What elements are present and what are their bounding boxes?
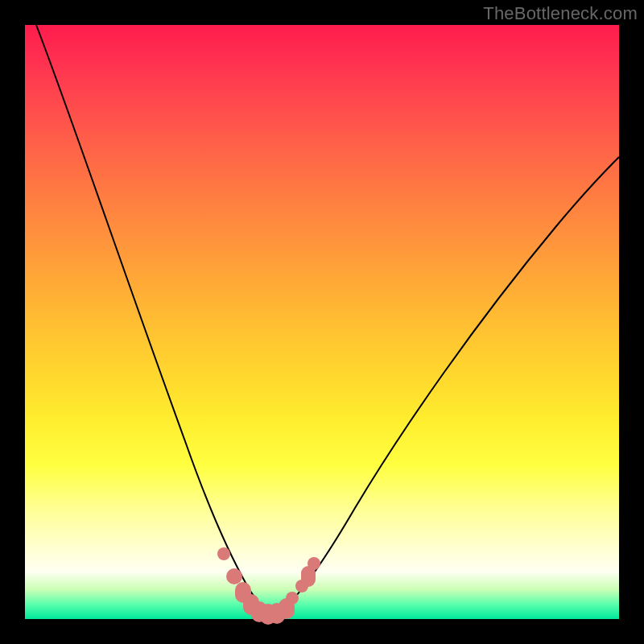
bottleneck-curve <box>36 25 619 613</box>
attribution-watermark: TheBottleneck.com <box>483 3 638 24</box>
marker-dot <box>308 557 320 570</box>
marker-dot <box>217 547 230 560</box>
chart-overlay <box>25 25 619 619</box>
marker-dot <box>286 592 299 605</box>
chart-frame: TheBottleneck.com line <box>0 0 644 644</box>
marker-dot <box>226 568 242 584</box>
